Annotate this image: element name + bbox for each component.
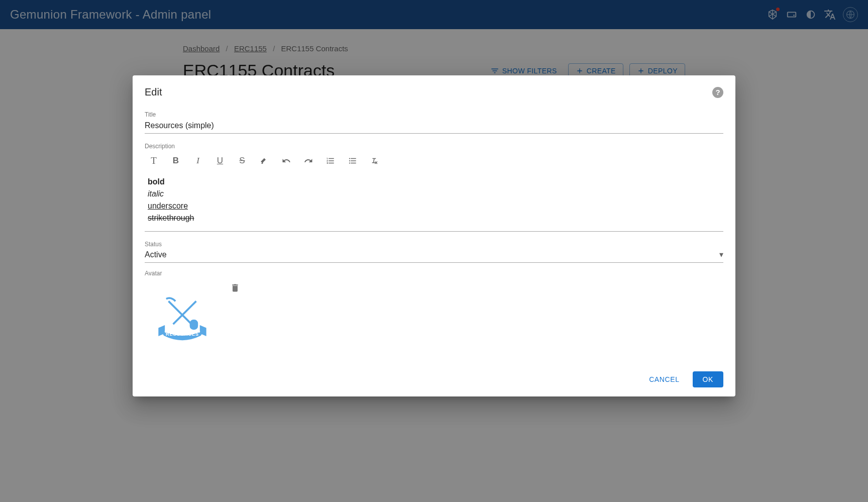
status-label: Status bbox=[145, 241, 723, 248]
status-select[interactable]: Active ▾ bbox=[145, 249, 723, 263]
edit-dialog: Edit ? Title Description T B I U S bbox=[133, 75, 735, 396]
toolbar-clear-format-icon[interactable] bbox=[369, 155, 381, 167]
toolbar-ul-icon[interactable] bbox=[347, 155, 359, 167]
editor-line-bold: bold bbox=[148, 176, 720, 188]
editor-toolbar: T B I U S bbox=[145, 151, 723, 170]
title-input[interactable] bbox=[145, 119, 723, 134]
toolbar-strike-icon[interactable]: S bbox=[236, 155, 248, 167]
toolbar-ol-icon[interactable] bbox=[324, 155, 337, 167]
toolbar-bold-icon[interactable]: B bbox=[170, 155, 182, 167]
avatar-preview[interactable]: RESOURCES bbox=[145, 282, 220, 357]
description-editor[interactable]: bold italic underscore strikethrough bbox=[145, 170, 723, 232]
status-field: Status Active ▾ bbox=[145, 241, 723, 263]
modal-overlay[interactable]: Edit ? Title Description T B I U S bbox=[0, 0, 868, 502]
editor-line-underscore: underscore bbox=[148, 200, 720, 212]
svg-line-1 bbox=[169, 301, 192, 324]
svg-rect-3 bbox=[191, 321, 197, 329]
dialog-actions: CANCEL OK bbox=[145, 357, 723, 387]
title-field: Title bbox=[145, 111, 723, 134]
editor-line-italic: italic bbox=[148, 188, 720, 200]
svg-point-8 bbox=[198, 331, 200, 333]
avatar-field: Avatar RES bbox=[145, 270, 723, 357]
trash-icon bbox=[230, 283, 240, 293]
ok-button[interactable]: OK bbox=[693, 371, 723, 387]
svg-text:RESOURCES: RESOURCES bbox=[166, 332, 199, 337]
editor-line-strike: strikethrough bbox=[148, 212, 720, 224]
chevron-down-icon: ▾ bbox=[719, 250, 723, 259]
delete-avatar-button[interactable] bbox=[230, 283, 240, 293]
resources-logo-icon: RESOURCES bbox=[155, 292, 210, 347]
svg-point-7 bbox=[165, 331, 167, 333]
toolbar-undo-icon[interactable] bbox=[280, 155, 292, 167]
toolbar-redo-icon[interactable] bbox=[302, 155, 314, 167]
description-label: Description bbox=[145, 143, 723, 150]
cancel-button[interactable]: CANCEL bbox=[643, 371, 685, 387]
status-value: Active bbox=[145, 250, 167, 259]
dialog-header: Edit ? bbox=[145, 86, 723, 98]
avatar-label: Avatar bbox=[145, 270, 723, 277]
toolbar-highlight-icon[interactable] bbox=[258, 155, 270, 167]
help-icon[interactable]: ? bbox=[712, 87, 723, 98]
toolbar-italic-icon[interactable]: I bbox=[192, 155, 204, 167]
toolbar-underline-icon[interactable]: U bbox=[214, 155, 226, 167]
title-label: Title bbox=[145, 111, 723, 118]
toolbar-text-icon[interactable]: T bbox=[148, 155, 160, 167]
description-field: Description T B I U S bbox=[145, 143, 723, 232]
dialog-title: Edit bbox=[145, 86, 162, 98]
